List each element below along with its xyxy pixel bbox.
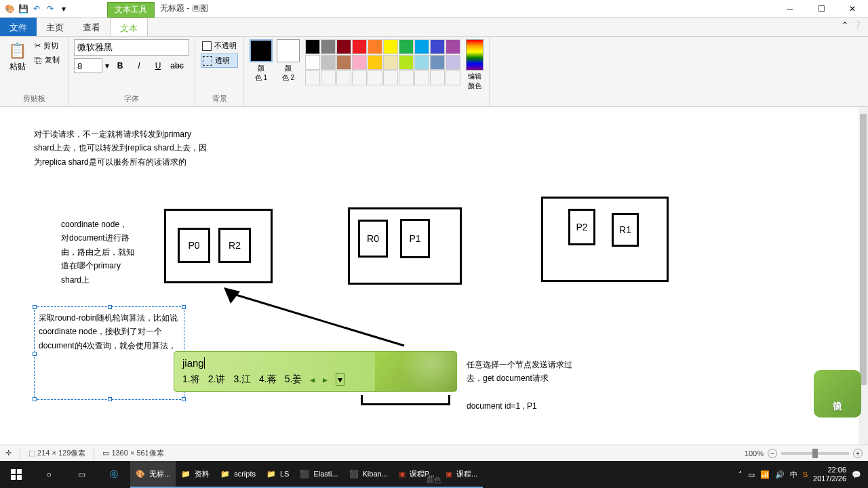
canvas[interactable]: 对于读请求，不一定就将请求转发到primary shard上去，也可以转发到re… bbox=[0, 107, 868, 445]
palette-color[interactable] bbox=[352, 55, 367, 70]
undo-icon[interactable]: ↶ bbox=[31, 3, 42, 14]
edit-colors-button[interactable]: 编辑 颜色 bbox=[466, 39, 484, 91]
palette-color[interactable] bbox=[383, 39, 398, 54]
zoom-thumb[interactable] bbox=[812, 449, 818, 458]
scrollbar-thumb[interactable] bbox=[860, 114, 867, 385]
palette-empty[interactable] bbox=[414, 70, 429, 85]
task-app-folder2[interactable]: 📁scripts bbox=[215, 461, 261, 488]
transparent-option[interactable]: 透明 bbox=[201, 54, 238, 68]
resize-handle[interactable] bbox=[182, 397, 186, 401]
tray-volume-icon[interactable]: 🔊 bbox=[775, 470, 785, 479]
edge-button[interactable]: ⓔ bbox=[98, 461, 130, 488]
tab-text[interactable]: 文本 bbox=[110, 18, 148, 36]
tray-battery-icon[interactable]: ▭ bbox=[748, 470, 755, 479]
palette-color[interactable] bbox=[446, 39, 460, 54]
strike-button[interactable]: abc bbox=[169, 58, 185, 73]
ime-next-icon[interactable]: ▸ bbox=[323, 374, 328, 385]
cortana-button[interactable]: ○ bbox=[33, 461, 65, 488]
zoom-out-button[interactable]: − bbox=[768, 449, 777, 458]
palette-color[interactable] bbox=[368, 39, 382, 54]
palette-color[interactable] bbox=[305, 55, 320, 70]
copy-button[interactable]: ⿻复制 bbox=[32, 54, 62, 66]
palette-empty[interactable] bbox=[352, 70, 367, 85]
palette-color[interactable] bbox=[414, 39, 429, 54]
palette-empty[interactable] bbox=[305, 70, 320, 85]
palette-color[interactable] bbox=[368, 55, 382, 70]
resize-handle[interactable] bbox=[33, 352, 37, 356]
palette-empty[interactable] bbox=[368, 70, 382, 85]
palette-color[interactable] bbox=[321, 55, 336, 70]
ime-cand-3[interactable]: 3.江 bbox=[233, 373, 251, 386]
resize-handle[interactable] bbox=[182, 305, 186, 309]
underline-button[interactable]: U bbox=[150, 58, 166, 73]
maximize-button[interactable]: ☐ bbox=[806, 0, 837, 18]
ime-prev-icon[interactable]: ◂ bbox=[310, 374, 315, 385]
paste-button[interactable]: 📋 粘贴 bbox=[5, 39, 29, 75]
palette-color[interactable] bbox=[446, 55, 460, 70]
tab-home[interactable]: 主页 bbox=[37, 18, 73, 36]
color1-button[interactable]: 颜 色 1 bbox=[250, 39, 273, 83]
palette-color[interactable] bbox=[399, 55, 414, 70]
close-button[interactable]: ✕ bbox=[837, 0, 868, 18]
palette-color[interactable] bbox=[352, 39, 367, 54]
tray-up-icon[interactable]: ˄ bbox=[738, 470, 743, 479]
resize-handle[interactable] bbox=[33, 305, 37, 309]
palette-color[interactable] bbox=[414, 55, 429, 70]
palette-color[interactable] bbox=[383, 55, 398, 70]
tab-file[interactable]: 文件 bbox=[0, 18, 37, 36]
palette-empty[interactable] bbox=[446, 70, 460, 85]
opaque-option[interactable]: 不透明 bbox=[201, 39, 238, 52]
task-app-ppt2[interactable]: ▣课程... bbox=[440, 461, 483, 488]
size-dropdown-icon[interactable]: ▾ bbox=[105, 61, 109, 70]
zoom-slider[interactable] bbox=[781, 452, 849, 455]
palette-color[interactable] bbox=[430, 39, 445, 54]
task-app-elastic[interactable]: ⬛Elasti... bbox=[294, 461, 343, 488]
palette-color[interactable] bbox=[430, 55, 445, 70]
collapse-icon[interactable]: ⌃ bbox=[842, 20, 848, 33]
tray-wifi-icon[interactable]: 📶 bbox=[760, 470, 770, 479]
font-family-select[interactable] bbox=[74, 39, 189, 56]
start-button[interactable] bbox=[0, 461, 33, 488]
palette-color[interactable] bbox=[399, 39, 414, 54]
task-app-kibana[interactable]: ⬛Kiban... bbox=[344, 461, 393, 488]
task-app-folder1[interactable]: 📁资料 bbox=[176, 461, 215, 488]
tray-clock[interactable]: 22:06 2017/2/26 bbox=[813, 466, 846, 483]
cut-button[interactable]: ✂剪切 bbox=[32, 39, 62, 52]
minimize-button[interactable]: ─ bbox=[774, 0, 806, 18]
ime-cand-4[interactable]: 4.蒋 bbox=[259, 373, 277, 386]
zoom-in-button[interactable]: + bbox=[853, 449, 863, 458]
palette-empty[interactable] bbox=[383, 70, 398, 85]
ime-badge[interactable]: 简中设 bbox=[814, 370, 861, 418]
ime-dropdown-icon[interactable]: ▾ bbox=[336, 373, 344, 386]
text-editing-box[interactable]: 采取round-robin随机轮询算法，比如说 coordinate node，… bbox=[34, 306, 184, 400]
bold-button[interactable]: B bbox=[112, 58, 128, 73]
tray-notifications-icon[interactable]: 💬 bbox=[852, 470, 861, 479]
color2-button[interactable]: 颜 色 2 bbox=[277, 39, 300, 83]
palette-empty[interactable] bbox=[321, 70, 336, 85]
redo-icon[interactable]: ↷ bbox=[45, 3, 56, 14]
palette-color[interactable] bbox=[336, 39, 351, 54]
tab-view[interactable]: 查看 bbox=[73, 18, 110, 36]
palette-color[interactable] bbox=[321, 39, 336, 54]
ime-cand-5[interactable]: 5.姜 bbox=[285, 373, 302, 386]
taskview-button[interactable]: ▭ bbox=[65, 461, 98, 488]
tray-sogou-icon[interactable]: S bbox=[803, 470, 808, 479]
resize-handle[interactable] bbox=[108, 305, 112, 309]
save-icon[interactable]: 💾 bbox=[18, 3, 28, 14]
palette-empty[interactable] bbox=[336, 70, 351, 85]
palette-empty[interactable] bbox=[399, 70, 414, 85]
qat-dropdown-icon[interactable]: ▾ bbox=[58, 3, 69, 14]
help-icon[interactable]: ❔ bbox=[852, 20, 863, 33]
resize-handle[interactable] bbox=[108, 397, 112, 401]
palette-empty[interactable] bbox=[430, 70, 445, 85]
ime-cand-1[interactable]: 1.将 bbox=[182, 373, 200, 386]
italic-button[interactable]: I bbox=[131, 58, 147, 73]
palette-color[interactable] bbox=[336, 55, 351, 70]
task-app-paint[interactable]: 🎨无标... bbox=[130, 461, 176, 488]
task-app-ls[interactable]: 📁LS bbox=[261, 461, 294, 488]
resize-handle[interactable] bbox=[33, 397, 37, 401]
ime-popup[interactable]: jiang 1.将 2.讲 3.江 4.蒋 5.姜 ◂ ▸ ▾ bbox=[174, 351, 457, 392]
palette-color[interactable] bbox=[305, 39, 320, 54]
ime-cand-2[interactable]: 2.讲 bbox=[208, 373, 226, 386]
font-size-select[interactable] bbox=[74, 58, 102, 73]
